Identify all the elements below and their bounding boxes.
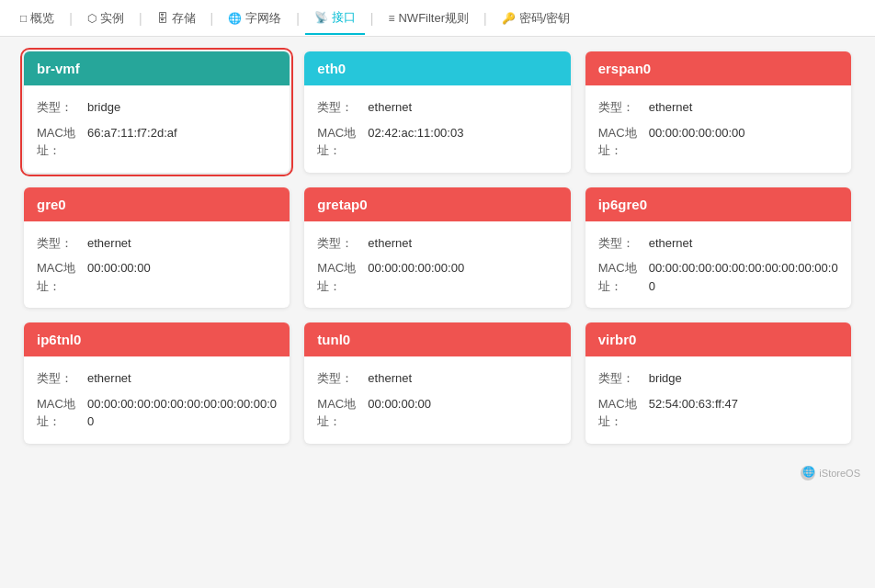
watermark: 🌐 iStoreOS xyxy=(0,458,875,484)
type-value-br-vmf: bridge xyxy=(87,98,120,117)
nav-separator: | xyxy=(137,11,144,26)
type-value-tunl0: ethernet xyxy=(368,369,412,388)
card-body-erspan0: 类型：ethernetMAC地址：00:00:00:00:00:00 xyxy=(585,85,851,173)
card-header-gre0: gre0 xyxy=(24,187,290,221)
type-value-erspan0: ethernet xyxy=(649,98,693,117)
mac-label-gretap0: MAC地址： xyxy=(317,259,368,295)
nav-item-interface[interactable]: 📡接口 xyxy=(305,2,365,35)
nav-separator: | xyxy=(294,11,301,26)
nav-item-storage[interactable]: 🗄存储 xyxy=(148,3,205,34)
card-br-vmf[interactable]: br-vmf类型：bridgeMAC地址：66:a7:11:f7:2d:af xyxy=(24,51,290,173)
mac-value-ip6tnl0: 00:00:00:00:00:00:00:00:00:00:00:00 xyxy=(87,395,277,431)
mac-row-gretap0: MAC地址：00:00:00:00:00:00 xyxy=(317,259,557,295)
mac-label-virbr0: MAC地址： xyxy=(598,395,649,431)
type-label-gre0: 类型： xyxy=(37,234,87,253)
mac-row-virbr0: MAC地址：52:54:00:63:ff:47 xyxy=(598,395,838,431)
type-row-tunl0: 类型：ethernet xyxy=(317,369,557,388)
mac-label-ip6tnl0: MAC地址： xyxy=(37,395,87,431)
interface-nav-icon: 📡 xyxy=(314,11,328,24)
mac-row-gre0: MAC地址：00:00:00:00 xyxy=(37,259,277,295)
nav-separator: | xyxy=(482,11,489,26)
type-row-gre0: 类型：ethernet xyxy=(37,234,277,253)
type-value-ip6gre0: ethernet xyxy=(649,234,693,253)
type-label-gretap0: 类型： xyxy=(317,234,368,253)
type-row-erspan0: 类型：ethernet xyxy=(598,98,838,117)
card-body-ip6gre0: 类型：ethernetMAC地址：00:00:00:00:00:00:00:00… xyxy=(585,221,851,309)
mac-row-ip6gre0: MAC地址：00:00:00:00:00:00:00:00:00:00:00:0… xyxy=(598,259,838,295)
type-value-eth0: ethernet xyxy=(368,98,412,117)
card-body-ip6tnl0: 类型：ethernetMAC地址：00:00:00:00:00:00:00:00… xyxy=(24,356,290,444)
type-row-br-vmf: 类型：bridge xyxy=(37,98,277,117)
card-erspan0[interactable]: erspan0类型：ethernetMAC地址：00:00:00:00:00:0… xyxy=(585,51,851,173)
card-eth0[interactable]: eth0类型：ethernetMAC地址：02:42:ac:11:00:03 xyxy=(304,51,570,173)
card-header-virbr0: virbr0 xyxy=(585,322,851,356)
nav-item-secret[interactable]: 🔑密码/密钥 xyxy=(493,3,580,34)
nav-item-instance[interactable]: ⬡实例 xyxy=(78,3,133,34)
mac-row-erspan0: MAC地址：00:00:00:00:00:00 xyxy=(598,124,838,160)
mac-label-erspan0: MAC地址： xyxy=(598,124,649,160)
card-header-ip6tnl0: ip6tnl0 xyxy=(24,322,290,356)
mac-value-virbr0: 52:54:00:63:ff:47 xyxy=(649,395,738,431)
card-ip6tnl0[interactable]: ip6tnl0类型：ethernetMAC地址：00:00:00:00:00:0… xyxy=(24,322,290,444)
secret-nav-label: 密码/密钥 xyxy=(519,10,571,27)
card-body-gretap0: 类型：ethernetMAC地址：00:00:00:00:00:00 xyxy=(304,221,570,309)
type-label-tunl0: 类型： xyxy=(317,369,368,388)
mac-label-gre0: MAC地址： xyxy=(37,259,87,295)
type-row-ip6gre0: 类型：ethernet xyxy=(598,234,838,253)
nav-separator: | xyxy=(67,11,74,26)
card-header-br-vmf: br-vmf xyxy=(24,51,290,85)
main-content: br-vmf类型：bridgeMAC地址：66:a7:11:f7:2d:afet… xyxy=(0,37,875,458)
card-header-ip6gre0: ip6gre0 xyxy=(585,187,851,221)
type-value-gretap0: ethernet xyxy=(368,234,412,253)
interface-nav-label: 接口 xyxy=(332,9,356,26)
type-row-ip6tnl0: 类型：ethernet xyxy=(37,369,277,388)
overview-nav-icon: □ xyxy=(20,12,27,25)
nav-item-network[interactable]: 🌐字网络 xyxy=(219,3,290,34)
card-header-eth0: eth0 xyxy=(304,51,570,85)
mac-label-eth0: MAC地址： xyxy=(317,124,368,160)
mac-value-br-vmf: 66:a7:11:f7:2d:af xyxy=(87,124,177,160)
network-nav-label: 字网络 xyxy=(245,10,281,27)
card-grid: br-vmf类型：bridgeMAC地址：66:a7:11:f7:2d:afet… xyxy=(24,51,851,444)
overview-nav-label: 概览 xyxy=(30,10,54,27)
mac-row-br-vmf: MAC地址：66:a7:11:f7:2d:af xyxy=(37,124,277,160)
watermark-text: iStoreOS xyxy=(819,468,860,479)
mac-label-br-vmf: MAC地址： xyxy=(37,124,87,160)
mac-label-ip6gre0: MAC地址： xyxy=(598,259,649,295)
card-virbr0[interactable]: virbr0类型：bridgeMAC地址：52:54:00:63:ff:47 xyxy=(585,322,851,444)
type-label-erspan0: 类型： xyxy=(598,98,649,117)
type-label-ip6gre0: 类型： xyxy=(598,234,649,253)
nav-item-nwfilter[interactable]: ≡NWFilter规则 xyxy=(379,3,478,34)
storage-nav-icon: 🗄 xyxy=(157,12,168,25)
mac-value-ip6gre0: 00:00:00:00:00:00:00:00:00:00:00:00 xyxy=(649,259,838,295)
type-label-ip6tnl0: 类型： xyxy=(37,369,87,388)
card-ip6gre0[interactable]: ip6gre0类型：ethernetMAC地址：00:00:00:00:00:0… xyxy=(585,187,851,309)
nwfilter-nav-icon: ≡ xyxy=(388,12,394,25)
card-header-erspan0: erspan0 xyxy=(585,51,851,85)
card-gretap0[interactable]: gretap0类型：ethernetMAC地址：00:00:00:00:00:0… xyxy=(304,187,570,309)
type-row-virbr0: 类型：bridge xyxy=(598,369,838,388)
nav-item-overview[interactable]: □概览 xyxy=(11,3,63,34)
watermark-icon: 🌐 xyxy=(801,466,815,481)
mac-value-gre0: 00:00:00:00 xyxy=(87,259,151,295)
type-value-virbr0: bridge xyxy=(649,369,682,388)
type-value-gre0: ethernet xyxy=(87,234,131,253)
storage-nav-label: 存储 xyxy=(172,10,196,27)
card-header-tunl0: tunl0 xyxy=(304,322,570,356)
card-body-tunl0: 类型：ethernetMAC地址：00:00:00:00 xyxy=(304,356,570,444)
card-tunl0[interactable]: tunl0类型：ethernetMAC地址：00:00:00:00 xyxy=(304,322,570,444)
type-value-ip6tnl0: ethernet xyxy=(87,369,131,388)
nwfilter-nav-label: NWFilter规则 xyxy=(398,10,469,27)
card-gre0[interactable]: gre0类型：ethernetMAC地址：00:00:00:00 xyxy=(24,187,290,309)
type-label-br-vmf: 类型： xyxy=(37,98,87,117)
type-row-gretap0: 类型：ethernet xyxy=(317,234,557,253)
card-body-br-vmf: 类型：bridgeMAC地址：66:a7:11:f7:2d:af xyxy=(24,85,290,173)
type-label-eth0: 类型： xyxy=(317,98,368,117)
type-label-virbr0: 类型： xyxy=(598,369,649,388)
mac-label-tunl0: MAC地址： xyxy=(317,395,368,431)
secret-nav-icon: 🔑 xyxy=(502,12,516,25)
card-body-eth0: 类型：ethernetMAC地址：02:42:ac:11:00:03 xyxy=(304,85,570,173)
mac-value-erspan0: 00:00:00:00:00:00 xyxy=(649,124,745,160)
instance-nav-label: 实例 xyxy=(100,10,124,27)
mac-row-ip6tnl0: MAC地址：00:00:00:00:00:00:00:00:00:00:00:0… xyxy=(37,395,277,431)
